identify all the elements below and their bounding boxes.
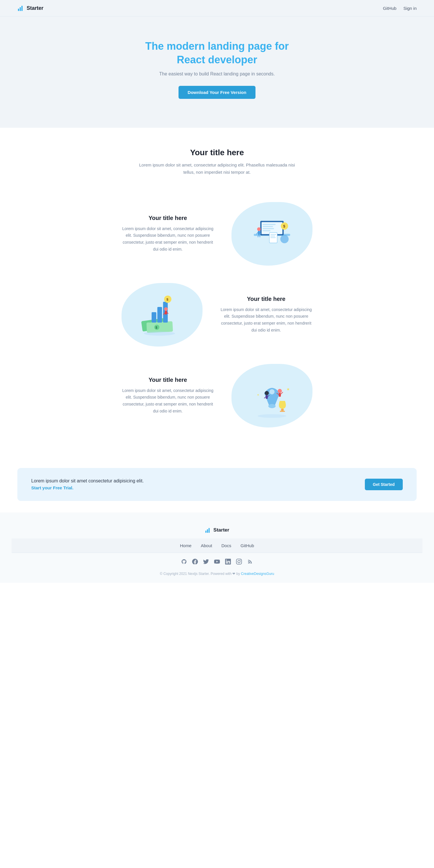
cta-banner-body: Lorem ipsum dolor sit amet consectetur a… xyxy=(31,478,144,484)
github-icon[interactable] xyxy=(181,559,187,566)
svg-point-38 xyxy=(144,331,175,335)
svg-rect-8 xyxy=(263,228,274,229)
cta-banner: Lorem ipsum dolor sit amet consectetur a… xyxy=(17,468,417,501)
svg-point-22 xyxy=(280,235,289,243)
feature-image-2: $ $ $ xyxy=(121,283,203,347)
svg-rect-19 xyxy=(270,234,276,235)
svg-line-45 xyxy=(264,397,266,398)
nav-links: GitHub Sign in xyxy=(383,6,417,11)
nav-signin[interactable]: Sign in xyxy=(403,6,417,11)
feature-body-1: Lorem ipsum dolor sit amet, consectetur … xyxy=(121,225,214,253)
cta-banner-link[interactable]: Start your Free Trial. xyxy=(31,485,74,490)
cta-banner-text: Lorem ipsum dolor sit amet consectetur a… xyxy=(31,478,144,491)
svg-rect-29 xyxy=(152,312,156,322)
feature-title-2: Your title here xyxy=(220,296,313,302)
money-illustration: $ $ $ xyxy=(136,289,188,341)
svg-rect-42 xyxy=(280,411,285,412)
svg-text:$: $ xyxy=(156,326,157,329)
svg-rect-1 xyxy=(20,7,21,11)
svg-point-34 xyxy=(164,307,168,311)
svg-text:$: $ xyxy=(283,224,285,228)
section-intro-body: Lorem ipsum dolor sit amet, consectetur … xyxy=(136,161,298,176)
svg-rect-44 xyxy=(266,395,268,399)
footer: Starter Home About Docs GitHub xyxy=(0,513,434,583)
footer-nav-home[interactable]: Home xyxy=(180,543,192,548)
svg-point-39 xyxy=(268,404,276,408)
svg-text:★: ★ xyxy=(286,387,290,391)
feature-text-2: Your title here Lorem ipsum dolor sit am… xyxy=(220,296,313,334)
instagram-icon[interactable] xyxy=(236,559,242,566)
feature-row-1: Your title here Lorem ipsum dolor sit am… xyxy=(87,202,347,266)
facebook-icon[interactable] xyxy=(192,559,198,566)
feature-image-3: ★ ★ xyxy=(231,364,313,428)
svg-rect-30 xyxy=(157,307,162,322)
footer-nav: Home About Docs GitHub xyxy=(11,538,423,553)
navbar: Starter GitHub Sign in xyxy=(0,0,434,17)
feature-body-3: Lorem ipsum dolor sit amet, consectetur … xyxy=(121,387,214,415)
footer-copyright: © Copyright 2021 Nextjs Starter. Powered… xyxy=(11,572,423,576)
svg-rect-26 xyxy=(146,321,173,333)
feature-row-3: Your title here Lorem ipsum dolor sit am… xyxy=(87,364,347,428)
svg-rect-41 xyxy=(281,409,284,411)
rss-icon[interactable] xyxy=(247,559,253,566)
svg-rect-9 xyxy=(263,230,270,231)
logo: Starter xyxy=(17,5,44,11)
footer-nav-about[interactable]: About xyxy=(201,543,212,548)
svg-rect-20 xyxy=(270,236,275,237)
feature-image-1: $ xyxy=(231,202,313,266)
hero-section: The modern landing page for React develo… xyxy=(0,17,434,128)
hero-cta-button[interactable]: Download Your Free Version xyxy=(178,86,256,99)
svg-rect-48 xyxy=(279,393,281,397)
feature-title-3: Your title here xyxy=(121,377,214,383)
trophy-illustration: ★ ★ xyxy=(246,370,298,422)
youtube-icon[interactable] xyxy=(214,559,220,566)
footer-nav-github[interactable]: GitHub xyxy=(240,543,254,548)
svg-text:$: $ xyxy=(166,297,168,301)
svg-rect-56 xyxy=(208,528,209,533)
svg-point-43 xyxy=(265,391,269,395)
section-intro-title: Your title here xyxy=(11,148,423,157)
footer-logo-text: Starter xyxy=(213,527,229,533)
svg-rect-55 xyxy=(207,529,208,533)
feature-title-1: Your title here xyxy=(121,215,214,221)
footer-nav-docs[interactable]: Docs xyxy=(221,543,231,548)
twitter-icon[interactable] xyxy=(203,559,209,566)
svg-rect-6 xyxy=(263,224,276,225)
footer-social xyxy=(11,559,423,566)
svg-rect-2 xyxy=(21,6,23,11)
svg-point-40 xyxy=(269,389,274,394)
hero-heading: The modern landing page for React develo… xyxy=(11,40,423,67)
feature-body-2: Lorem ipsum dolor sit amet, consectetur … xyxy=(220,306,313,334)
svg-rect-13 xyxy=(258,231,260,235)
svg-rect-0 xyxy=(18,9,19,11)
nav-github[interactable]: GitHub xyxy=(383,6,396,11)
hero-subtitle: The easiest way to build React landing p… xyxy=(150,71,284,76)
feature-row-2: Your title here Lorem ipsum dolor sit am… xyxy=(87,283,347,347)
features-section: Your title here Lorem ipsum dolor sit am… xyxy=(0,185,434,456)
linkedin-icon[interactable] xyxy=(225,559,231,566)
logo-text: Starter xyxy=(27,5,44,11)
footer-logo-icon xyxy=(205,527,211,533)
svg-point-53 xyxy=(258,414,286,418)
logo-icon xyxy=(17,5,24,11)
svg-rect-7 xyxy=(263,226,273,227)
footer-credits-link[interactable]: CreativeDesignsGuru xyxy=(241,572,274,576)
svg-rect-21 xyxy=(270,237,276,238)
footer-logo: Starter xyxy=(11,527,423,533)
svg-rect-35 xyxy=(165,311,167,314)
cta-banner-button[interactable]: Get Started xyxy=(365,479,403,490)
svg-text:★: ★ xyxy=(257,393,259,396)
svg-rect-54 xyxy=(205,530,206,532)
laptop-illustration: $ xyxy=(246,208,298,260)
svg-point-47 xyxy=(278,389,282,393)
feature-text-3: Your title here Lorem ipsum dolor sit am… xyxy=(121,377,214,415)
svg-point-12 xyxy=(257,227,261,231)
section-intro: Your title here Lorem ipsum dolor sit am… xyxy=(0,128,434,185)
feature-text-1: Your title here Lorem ipsum dolor sit am… xyxy=(121,215,214,253)
